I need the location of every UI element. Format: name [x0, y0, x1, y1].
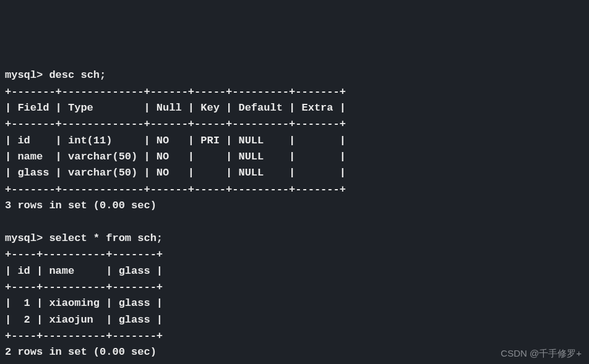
- sel-border-mid: +----+----------+-------+: [5, 281, 163, 293]
- desc-border-bottom: +-------+-------------+------+-----+----…: [5, 184, 346, 195]
- prompt: mysql>: [5, 232, 43, 244]
- watermark: CSDN @千手修罗+: [501, 346, 582, 360]
- sel-border-bottom: +----+----------+-------+: [5, 330, 163, 342]
- sel-result: 2 rows in set (0.00 sec): [5, 346, 157, 358]
- sel-header-row: | id | name | glass |: [5, 265, 163, 277]
- desc-row-name: | name | varchar(50) | NO | | NULL | |: [5, 151, 346, 163]
- desc-header-row: | Field | Type | Null | Key | Default | …: [5, 102, 346, 114]
- prompt: mysql>: [5, 69, 43, 81]
- desc-result: 3 rows in set (0.00 sec): [5, 200, 157, 211]
- command-select: select * from sch;: [49, 232, 163, 244]
- desc-border-top: +-------+-------------+------+-----+----…: [5, 86, 346, 98]
- command-desc: desc sch;: [49, 69, 106, 81]
- sel-row-2: | 2 | xiaojun | glass |: [5, 314, 163, 326]
- terminal-output: mysql> desc sch; +-------+-------------+…: [5, 67, 584, 360]
- sel-border-top: +----+----------+-------+: [5, 248, 163, 260]
- desc-border-mid: +-------+-------------+------+-----+----…: [5, 118, 346, 130]
- desc-row-glass: | glass | varchar(50) | NO | | NULL | |: [5, 167, 346, 179]
- desc-row-id: | id | int(11) | NO | PRI | NULL | |: [5, 135, 346, 146]
- sel-row-1: | 1 | xiaoming | glass |: [5, 297, 163, 309]
